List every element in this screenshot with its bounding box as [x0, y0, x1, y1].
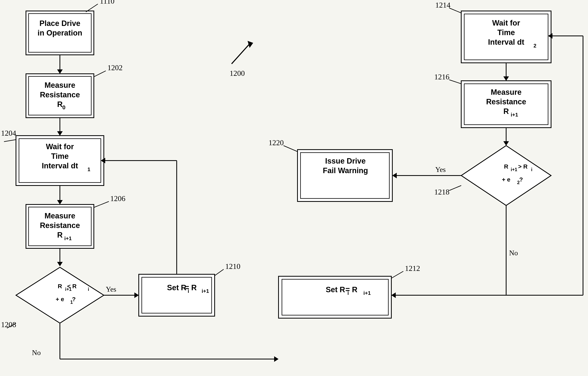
node-1212-text1: Set R — [326, 285, 345, 294]
label-yes-1218: Yes — [435, 166, 446, 174]
node-1210-text1: Set R — [167, 283, 186, 292]
flowchart-diagram: Place Drive in Operation 1110 Measure Re… — [0, 0, 588, 376]
node-1218-text2: + e — [502, 176, 511, 183]
node-1204-sub: 1 — [87, 166, 90, 172]
node-1216-sub: i+1 — [511, 112, 518, 118]
ref-1220: 1220 — [269, 138, 284, 147]
node-1202-text2: Resistance — [40, 91, 80, 99]
node-1208-text2: + e — [56, 296, 64, 303]
node-1208-sub2: i — [88, 287, 89, 292]
node-1216-text2: Resistance — [486, 98, 526, 106]
node-1202-sub: 0 — [62, 104, 65, 111]
node-1214-text3: Interval dt — [488, 38, 524, 46]
ref-1218: 1218 — [434, 188, 449, 196]
ref-1200: 1200 — [230, 69, 245, 77]
node-1110-text: Place Drive — [40, 19, 80, 28]
ref-1110: 1110 — [100, 0, 114, 5]
node-1220-text2: Fail Warning — [323, 166, 368, 175]
node-1206-text2: Resistance — [40, 221, 80, 230]
node-1216-text3: R — [503, 107, 509, 115]
node-1202-text1: Measure — [44, 81, 75, 89]
node-1214-sub: 2 — [534, 43, 536, 49]
node-1214-text2: Time — [497, 28, 515, 37]
ref-1214: 1214 — [435, 1, 450, 9]
node-1202-text3: R — [57, 100, 63, 108]
node-1204-text2: Time — [51, 152, 69, 160]
node-1218-sub2: i — [531, 167, 532, 172]
ref-1202: 1202 — [108, 63, 123, 72]
label-no-1218: No — [509, 249, 518, 257]
node-1212-sub2: i+1 — [363, 290, 371, 296]
node-1220-text1: Issue Drive — [325, 157, 366, 165]
node-1204-text3: Interval dt — [42, 162, 78, 170]
node-1208-text1: R — [58, 283, 62, 289]
ref-1206: 1206 — [110, 194, 125, 203]
label-no-1208: No — [32, 349, 41, 357]
node-1218-op: > R — [518, 163, 528, 170]
node-1110-text2: in Operation — [38, 29, 82, 37]
node-1206-text1: Measure — [44, 212, 75, 220]
node-1214-text1: Wait for — [492, 19, 520, 27]
svg-rect-29 — [142, 277, 212, 313]
node-1216-text1: Measure — [491, 88, 522, 96]
node-1218-q: ? — [519, 176, 523, 183]
label-yes-1208: Yes — [106, 285, 116, 293]
node-1204-text1: Wait for — [46, 142, 74, 151]
node-1212-text2: = R — [345, 285, 357, 294]
node-1210-sub2: i+1 — [202, 288, 209, 294]
node-1208-q: ? — [72, 296, 76, 303]
node-1206-sub: i+1 — [64, 235, 72, 241]
node-1206-text3: R — [57, 231, 63, 239]
node-1210-text2: = R — [185, 283, 197, 292]
ref-1216: 1216 — [434, 73, 449, 81]
node-1218-text1: R — [504, 163, 508, 170]
ref-1210: 1210 — [225, 262, 240, 271]
svg-rect-60 — [282, 279, 388, 315]
ref-1212: 1212 — [405, 264, 420, 272]
ref-1204: 1204 — [1, 129, 16, 137]
node-1208-op: < R — [67, 283, 77, 289]
node-1218-sub1: i+1 — [511, 167, 517, 172]
